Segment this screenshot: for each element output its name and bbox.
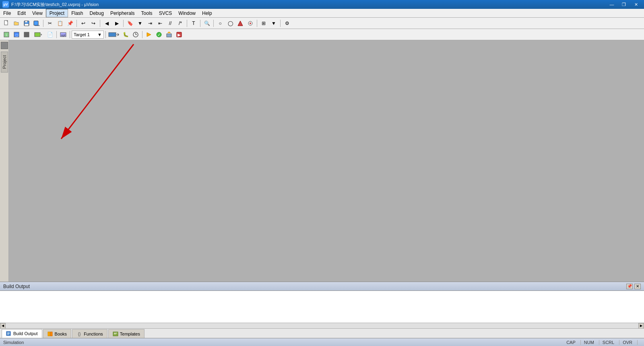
tb2-btn5[interactable]: 📄 xyxy=(45,30,55,39)
scroll-right-button[interactable]: ▶ xyxy=(638,323,644,329)
panel-close-button[interactable]: ✕ xyxy=(634,284,641,289)
svg-text:◻: ◻ xyxy=(15,33,18,37)
menu-debug[interactable]: Debug xyxy=(87,9,107,17)
bookmark-button[interactable]: 🔖 xyxy=(125,19,135,28)
minimize-button[interactable]: — xyxy=(606,1,617,8)
menu-file[interactable]: File xyxy=(0,9,14,17)
restore-button[interactable]: ❐ xyxy=(618,1,630,8)
svg-rect-5 xyxy=(25,24,29,26)
annotation-arrow xyxy=(9,40,644,282)
bottom-panel: Build Output 📌 ✕ ◀ ▶ Build Output Books … xyxy=(0,282,644,338)
toolbar-separator-7 xyxy=(213,20,214,27)
unindent-button[interactable]: ⇤ xyxy=(155,19,165,28)
find-button[interactable]: 🔍 xyxy=(202,19,212,28)
svg-rect-34 xyxy=(48,332,50,336)
toolbar-separator-6 xyxy=(200,20,200,27)
books-tab-label: Books xyxy=(55,332,67,336)
status-right: CAP NUM SCRL OVR xyxy=(563,340,641,345)
build-output-icon xyxy=(6,331,12,336)
tb2-btn1[interactable]: i xyxy=(2,30,11,39)
project-sidebar-tab[interactable]: Project xyxy=(1,51,8,72)
uncomment-button[interactable]: /* xyxy=(175,19,185,28)
target-selector[interactable]: Target 1 ▼ xyxy=(72,31,104,39)
templates-tab-label: Templates xyxy=(120,332,140,336)
title-bar-left: µV F:\学习\SCM实验\test\ch_02.uvproj - µVisi… xyxy=(2,1,99,8)
tab-templates[interactable]: Templates xyxy=(108,329,144,338)
new-file-button[interactable] xyxy=(2,19,11,28)
template-button[interactable]: T xyxy=(189,19,198,28)
copy-button[interactable]: 📋 xyxy=(55,19,65,28)
comment-button[interactable]: // xyxy=(165,19,175,28)
open-file-button[interactable] xyxy=(12,19,21,28)
functions-tab-label: Functions xyxy=(84,332,103,336)
close-button[interactable]: ✕ xyxy=(630,1,642,8)
compile-file-button[interactable] xyxy=(144,30,154,39)
status-bar: Simulation CAP NUM SCRL OVR xyxy=(0,338,644,346)
undo-button[interactable]: ↩ xyxy=(78,19,88,28)
rebuild-button[interactable] xyxy=(164,30,174,39)
toolbar-separator-2 xyxy=(76,20,77,27)
svg-text:✓: ✓ xyxy=(157,33,161,37)
panel-pin-button[interactable]: 📌 xyxy=(626,284,633,289)
source-dropdown[interactable] xyxy=(32,30,45,39)
menu-svcs[interactable]: SVCS xyxy=(156,9,175,17)
status-empty xyxy=(637,340,641,345)
save-file-button[interactable] xyxy=(22,19,31,28)
draw-tool4-button[interactable] xyxy=(246,19,255,28)
trace-button[interactable] xyxy=(131,30,140,39)
svg-rect-24 xyxy=(167,34,171,37)
debug-start-button[interactable]: 🐛 xyxy=(121,30,130,39)
toolbar2-separator-1 xyxy=(56,31,57,38)
toolbar2-separator-4 xyxy=(142,31,142,38)
cut-button[interactable]: ✂ xyxy=(45,19,55,28)
menu-flash[interactable]: Flash xyxy=(68,9,86,17)
build-all-button[interactable]: ✓ xyxy=(154,30,164,39)
tb2-btn3[interactable] xyxy=(22,30,31,39)
menu-view[interactable]: View xyxy=(29,9,46,17)
bookmark-next-button[interactable]: ▼ xyxy=(135,19,145,28)
draw-ellipse-button[interactable]: ◯ xyxy=(225,19,235,28)
target-options-button[interactable]: opt xyxy=(58,30,68,39)
indent-button[interactable]: ⇥ xyxy=(145,19,155,28)
bottom-panel-title: Build Output xyxy=(3,284,30,289)
templates-icon xyxy=(113,331,118,337)
window-title: F:\学习\SCM实验\test\ch_02.uvproj - µVision xyxy=(11,2,99,8)
menu-window[interactable]: Window xyxy=(175,9,199,17)
menu-tools[interactable]: Tools xyxy=(138,9,156,17)
svg-rect-18 xyxy=(109,33,116,37)
scroll-left-button[interactable]: ◀ xyxy=(0,323,6,329)
draw-circle-button[interactable]: ○ xyxy=(215,19,225,28)
svg-rect-4 xyxy=(25,21,27,23)
draw-tool3-button[interactable] xyxy=(235,19,245,28)
build-button[interactable] xyxy=(107,30,120,39)
menu-help[interactable]: Help xyxy=(199,9,215,17)
title-bar-controls: — ❐ ✕ xyxy=(606,1,642,8)
run-button[interactable]: ▶ xyxy=(174,30,184,39)
tab-books[interactable]: Books xyxy=(43,329,72,338)
toolbar-separator-1 xyxy=(43,20,43,27)
svg-rect-35 xyxy=(50,332,52,336)
menu-peripherals[interactable]: Peripherals xyxy=(107,9,138,17)
tab-build-output[interactable]: Build Output xyxy=(2,329,42,338)
toolbar-separator-3 xyxy=(100,20,100,27)
nav-forward-button[interactable]: ▶ xyxy=(112,19,122,28)
save-all-button[interactable] xyxy=(32,19,41,28)
status-num: NUM xyxy=(580,340,594,345)
view-option-button[interactable]: ⊞ xyxy=(259,19,268,28)
tb2-btn2[interactable]: ◻ xyxy=(12,30,21,39)
redo-button[interactable]: ↪ xyxy=(89,19,98,28)
paste-button[interactable]: 📌 xyxy=(65,19,75,28)
toolbar-2: i ◻ 📄 opt Target 1 ▼ 🐛 ✓ ▶ xyxy=(0,29,644,40)
nav-back-button[interactable]: ◀ xyxy=(102,19,111,28)
toolbar-separator-4 xyxy=(123,20,124,27)
editor-area[interactable] xyxy=(9,40,644,282)
menu-edit[interactable]: Edit xyxy=(14,9,29,17)
view-option2-button[interactable]: ▼ xyxy=(269,19,279,28)
svg-point-9 xyxy=(250,23,251,24)
status-cap: CAP xyxy=(563,340,576,345)
menu-project[interactable]: Project xyxy=(46,9,68,17)
tab-functions[interactable]: {} Functions xyxy=(72,329,107,338)
menu-bar: File Edit View Project Flash Debug Perip… xyxy=(0,9,644,18)
sidebar-icon-1[interactable] xyxy=(1,42,8,49)
settings-button[interactable]: ⚙ xyxy=(282,19,292,28)
